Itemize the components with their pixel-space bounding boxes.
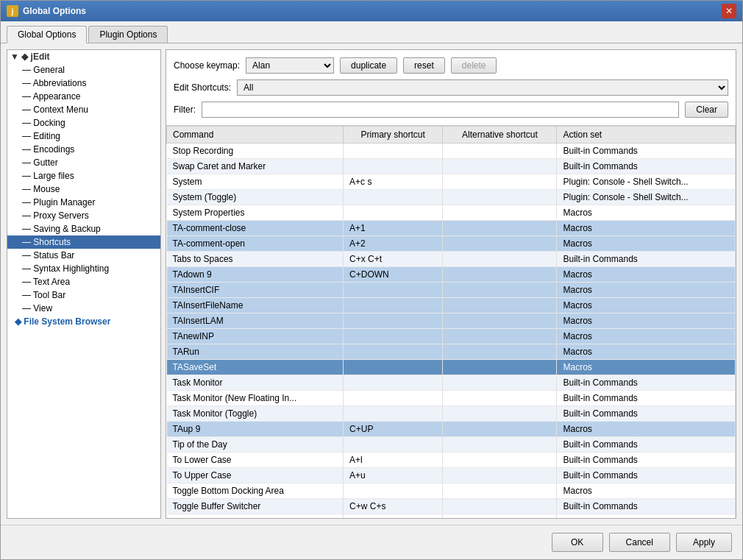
keymap-select[interactable]: Alan Default Emacs Custom: [246, 57, 334, 74]
clear-button[interactable]: Clear: [685, 102, 728, 118]
cell-command: Toggle Bottom Docking Area: [167, 483, 344, 499]
cell-alternative: [443, 514, 557, 519]
cell-alternative: [443, 298, 557, 313]
cell-command: Swap Caret and Marker: [167, 159, 344, 174]
cell-alternative: [443, 143, 557, 159]
table-row[interactable]: To Upper CaseA+uBuilt-in Commands: [167, 468, 736, 483]
cell-primary: [344, 329, 443, 344]
table-row[interactable]: TARunMacros: [167, 344, 736, 360]
table-row[interactable]: TA-comment-closeA+1Macros: [167, 221, 736, 236]
cell-action: Macros: [557, 313, 736, 329]
cell-action: Built-in Commands: [557, 468, 736, 483]
cancel-button[interactable]: Cancel: [609, 533, 670, 552]
tree-item-status-bar[interactable]: — Status Bar: [7, 249, 160, 262]
table-row[interactable]: Swap Caret and MarkerBuilt-in Commands: [167, 159, 736, 174]
cell-action: Macros: [557, 422, 736, 437]
table-row[interactable]: TAup 9C+UPMacros: [167, 422, 736, 437]
ok-button[interactable]: OK: [552, 533, 603, 552]
tree-item-context-menu[interactable]: — Context Menu: [7, 103, 160, 116]
cell-alternative: [443, 483, 557, 499]
tree-item-saving-backup[interactable]: — Saving & Backup: [7, 222, 160, 235]
filter-row: Filter: Clear: [174, 102, 728, 118]
table-row[interactable]: Toggle Bottom Docking AreaMacros: [167, 483, 736, 499]
tree-item-large-files[interactable]: — Large files: [7, 169, 160, 182]
cell-action: Macros: [557, 360, 736, 375]
close-button[interactable]: ✕: [722, 4, 736, 18]
tree-item-appearance[interactable]: — Appearance: [7, 90, 160, 103]
filter-label: Filter:: [174, 104, 196, 115]
cell-command: TASaveSet: [167, 360, 344, 375]
cell-command: TAdown 9: [167, 267, 344, 283]
cell-command: System Properties: [167, 205, 344, 221]
table-row[interactable]: Stop RecordingBuilt-in Commands: [167, 143, 736, 159]
tree-item-general[interactable]: — General: [7, 63, 160, 77]
table-row[interactable]: TAdown 9C+DOWNMacros: [167, 267, 736, 283]
cell-primary: A+u: [344, 468, 443, 483]
cell-alternative: [443, 221, 557, 236]
filter-input[interactable]: [202, 102, 679, 118]
table-row[interactable]: Toggle Display of ErrorsPlugin: ErrorLis…: [167, 514, 736, 519]
apply-button[interactable]: Apply: [676, 533, 732, 552]
table-row[interactable]: System PropertiesMacros: [167, 205, 736, 221]
tree-item-proxy-servers[interactable]: — Proxy Servers: [7, 209, 160, 222]
title-bar: j Global Options ✕: [1, 1, 742, 21]
cell-alternative: [443, 468, 557, 483]
table-row[interactable]: TAInsertLAMMacros: [167, 313, 736, 329]
table-row[interactable]: TASaveSetMacros: [167, 360, 736, 375]
app-icon: j: [7, 5, 18, 17]
tree-item-view[interactable]: — View: [7, 302, 160, 315]
table-row[interactable]: Task MonitorBuilt-in Commands: [167, 375, 736, 391]
tree-item-shortcuts[interactable]: — Shortcuts: [7, 235, 160, 249]
cell-action: Built-in Commands: [557, 391, 736, 406]
cell-primary: C+x C+t: [344, 252, 443, 267]
table-row[interactable]: To Lower CaseA+lBuilt-in Commands: [167, 453, 736, 468]
table-row[interactable]: TAInsertFileNameMacros: [167, 298, 736, 313]
table-header-row: Command Primary shortcut Alternative sho…: [167, 127, 736, 143]
tab-global-options[interactable]: Global Options: [7, 26, 87, 43]
cell-action: Built-in Commands: [557, 406, 736, 422]
table-row[interactable]: Tip of the DayBuilt-in Commands: [167, 437, 736, 453]
table-row[interactable]: Task Monitor (Toggle)Built-in Commands: [167, 406, 736, 422]
table-row[interactable]: TAnewINPMacros: [167, 329, 736, 344]
reset-button[interactable]: reset: [403, 57, 445, 74]
bottom-bar: OK Cancel Apply: [1, 525, 742, 559]
tree-item-abbreviations[interactable]: — Abbreviations: [7, 77, 160, 90]
tree-item-tool-bar[interactable]: — Tool Bar: [7, 288, 160, 302]
delete-button[interactable]: delete: [451, 57, 497, 74]
tree-item-mouse[interactable]: — Mouse: [7, 182, 160, 196]
cell-action: Macros: [557, 283, 736, 298]
table-row[interactable]: SystemA+c sPlugin: Console - Shell Switc…: [167, 174, 736, 190]
cell-action: Plugin: Console - Shell Switch...: [557, 190, 736, 205]
tree-item-text-area[interactable]: — Text Area: [7, 275, 160, 288]
cell-alternative: [443, 422, 557, 437]
tree-item-editing[interactable]: — Editing: [7, 130, 160, 143]
table-row[interactable]: System (Toggle)Plugin: Console - Shell S…: [167, 190, 736, 205]
tree-item-encodings[interactable]: — Encodings: [7, 143, 160, 156]
tree-item-file-system-browser[interactable]: ◆ File System Browser: [7, 315, 160, 328]
tree-item-docking[interactable]: — Docking: [7, 116, 160, 130]
cell-alternative: [443, 174, 557, 190]
cell-alternative: [443, 499, 557, 514]
table-row[interactable]: Task Monitor (New Floating In...Built-in…: [167, 391, 736, 406]
tab-plugin-options[interactable]: Plugin Options: [88, 26, 168, 43]
table-row[interactable]: TAInsertCIFMacros: [167, 283, 736, 298]
table-row[interactable]: Tabs to SpacesC+x C+tBuilt-in Commands: [167, 252, 736, 267]
cell-alternative: [443, 283, 557, 298]
tree-item-jedit[interactable]: ▼ ◆ jEdit: [7, 50, 160, 63]
cell-action: Macros: [557, 236, 736, 252]
table-row[interactable]: Toggle Buffer SwitcherC+w C+sBuilt-in Co…: [167, 499, 736, 514]
tree-item-syntax-highlighting[interactable]: — Syntax Highlighting: [7, 262, 160, 275]
duplicate-button[interactable]: duplicate: [340, 57, 397, 74]
table-row[interactable]: TA-comment-openA+2Macros: [167, 236, 736, 252]
edit-shortcuts-select[interactable]: All Global Plugin: [237, 79, 728, 96]
col-command: Command: [167, 127, 344, 143]
cell-command: Tabs to Spaces: [167, 252, 344, 267]
cell-primary: [344, 205, 443, 221]
cell-action: Built-in Commands: [557, 437, 736, 453]
cell-alternative: [443, 329, 557, 344]
tree-item-gutter[interactable]: — Gutter: [7, 156, 160, 169]
cell-alternative: [443, 344, 557, 360]
cell-alternative: [443, 437, 557, 453]
cell-command: Task Monitor: [167, 375, 344, 391]
tree-item-plugin-manager[interactable]: — Plugin Manager: [7, 196, 160, 209]
